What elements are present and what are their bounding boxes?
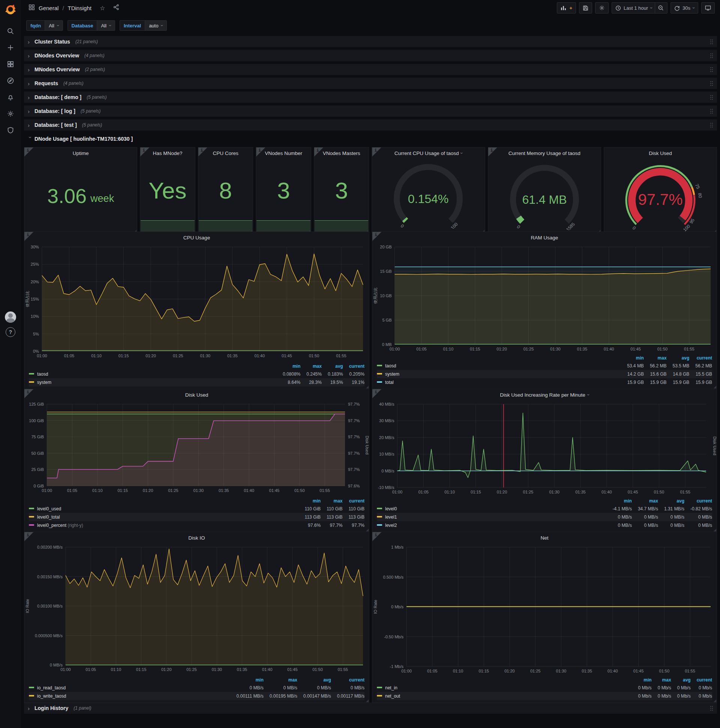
- row-dnodes-overview[interactable]: › DNodes Overview (4 panels): [24, 50, 717, 61]
- row-drag-handle[interactable]: [710, 39, 713, 45]
- variable-fqdn-label[interactable]: fqdn: [27, 21, 45, 31]
- panel-title[interactable]: Current Memory Usage of taosd: [488, 147, 601, 159]
- panel-title[interactable]: Disk Used: [604, 147, 717, 159]
- legend-column-header[interactable]: max: [301, 362, 322, 370]
- legend-column-header[interactable]: current: [691, 676, 712, 684]
- legend-column-header[interactable]: current: [331, 676, 365, 684]
- legend-series-name[interactable]: total: [377, 378, 621, 387]
- time-range-picker[interactable]: Last 1 hour ›: [612, 2, 668, 14]
- chart-plot[interactable]: 01:0001:0501:1001:1501:2001:2501:3001:35…: [372, 401, 717, 497]
- legend-column-header[interactable]: avg: [297, 676, 331, 684]
- legend-series-name[interactable]: level0_percent (right-y): [29, 521, 299, 529]
- chart-plot[interactable]: 01:0001:0501:1001:1501:2001:2501:3001:35…: [24, 401, 369, 497]
- legend-series-name[interactable]: system: [377, 370, 621, 378]
- legend-column-header[interactable]: min: [277, 362, 301, 370]
- row-drag-handle[interactable]: [710, 705, 713, 711]
- legend-series-name[interactable]: level0_used: [29, 505, 299, 513]
- configuration-gear-icon[interactable]: [4, 107, 17, 120]
- legend-column-header[interactable]: min: [230, 676, 263, 684]
- row-mnodes-overview[interactable]: › MNodes Overview (2 panels): [24, 64, 717, 75]
- zoom-out-icon[interactable]: [658, 5, 664, 11]
- legend-column-header[interactable]: avg: [322, 362, 343, 370]
- chart-plot[interactable]: 01:0001:0501:1001:1501:2001:2501:3001:35…: [372, 243, 717, 354]
- legend-series-name[interactable]: taosd: [377, 362, 621, 370]
- legend-series-name[interactable]: level1: [377, 513, 607, 521]
- legend-series-name[interactable]: level0: [377, 505, 607, 513]
- legend-column-header[interactable]: avg: [658, 497, 684, 505]
- legend-series-name[interactable]: io_read_taosd: [29, 684, 230, 692]
- legend-series-name[interactable]: net_out: [377, 692, 632, 700]
- create-plus-icon[interactable]: [4, 41, 17, 54]
- legend-column-header[interactable]: max: [652, 676, 671, 684]
- legend-column-header[interactable]: min: [299, 497, 320, 505]
- legend-series-name[interactable]: net_in: [377, 684, 632, 692]
- row-requests[interactable]: › Requests (4 panels): [24, 78, 717, 89]
- legend-series-name[interactable]: level2: [377, 521, 607, 529]
- legend-column-header[interactable]: min: [632, 676, 652, 684]
- row-drag-handle[interactable]: [710, 109, 713, 114]
- legend-column-header[interactable]: min: [607, 497, 632, 505]
- legend-column-header[interactable]: current: [343, 497, 365, 505]
- variable-interval-value[interactable]: auto›: [145, 21, 166, 31]
- legend-column-header[interactable]: min: [621, 354, 644, 362]
- legend-series-name[interactable]: taosd: [29, 370, 277, 378]
- row-database-test[interactable]: › Database: [ test ] (5 panels): [24, 119, 717, 131]
- add-panel-button[interactable]: +: [557, 2, 576, 14]
- legend-column-header[interactable]: max: [264, 676, 297, 684]
- legend-column-header[interactable]: avg: [671, 676, 691, 684]
- legend-column-header[interactable]: current: [684, 497, 712, 505]
- grafana-logo[interactable]: [0, 0, 21, 20]
- row-drag-handle[interactable]: [710, 95, 713, 100]
- row-database-demo[interactable]: › Database: [ demo ] (5 panels): [24, 92, 717, 103]
- legend-column-header[interactable]: max: [632, 497, 658, 505]
- panel-title[interactable]: Disk Used Increasing Rate per Minute›: [372, 389, 717, 401]
- legend-series-name[interactable]: io_write_taosd: [29, 692, 230, 700]
- legend-column-header[interactable]: max: [644, 354, 667, 362]
- panel-title[interactable]: VNodes Masters: [314, 147, 369, 159]
- variable-database-value[interactable]: All›: [97, 21, 114, 31]
- user-avatar[interactable]: [5, 312, 16, 323]
- variable-interval-label[interactable]: Interval: [120, 21, 145, 31]
- panel-title[interactable]: Has MNode?: [140, 147, 195, 159]
- row-drag-handle[interactable]: [710, 53, 713, 58]
- cycle-view-mode-button[interactable]: [701, 2, 715, 14]
- refresh-picker[interactable]: 30s ›: [671, 2, 698, 14]
- legend-column-header[interactable]: max: [320, 497, 342, 505]
- variable-database-label[interactable]: Database: [68, 21, 97, 31]
- legend-series-name[interactable]: system: [29, 378, 277, 387]
- breadcrumb-folder[interactable]: General: [39, 5, 58, 11]
- row-database-log[interactable]: › Database: [ log ] (5 panels): [24, 106, 717, 117]
- row-drag-handle[interactable]: [710, 122, 713, 128]
- row-login-history[interactable]: › Login History (1 panel): [24, 702, 717, 714]
- share-icon[interactable]: [113, 4, 119, 12]
- row-drag-handle[interactable]: [710, 67, 713, 72]
- search-icon[interactable]: [4, 25, 17, 38]
- help-icon[interactable]: ?: [6, 327, 15, 337]
- legend-column-header[interactable]: current: [343, 362, 365, 370]
- panel-title[interactable]: VNodes Number: [256, 147, 311, 159]
- variable-fqdn-value[interactable]: All›: [45, 21, 62, 31]
- breadcrumb-dashboard[interactable]: TDinsight: [68, 5, 92, 11]
- chart-plot[interactable]: 01:0001:0501:1001:1501:2001:2501:3001:35…: [24, 543, 369, 676]
- chart-plot[interactable]: 01:0001:0501:1001:1501:2001:2501:3001:35…: [372, 543, 717, 676]
- row-cluster-status[interactable]: › Cluster Status (21 panels): [24, 36, 717, 47]
- legend-column-header[interactable]: avg: [667, 354, 689, 362]
- panel-title[interactable]: Uptime: [24, 147, 137, 159]
- row-dnode-usage[interactable]: › DNode Usage [ huolinhe-TM1701:6030 ]: [24, 133, 717, 144]
- panel-title[interactable]: CPU Usage: [24, 232, 369, 243]
- dashboards-icon[interactable]: [4, 58, 17, 70]
- explore-compass-icon[interactable]: [4, 74, 17, 87]
- legend-series-name[interactable]: level0_total: [29, 513, 299, 521]
- panel-title[interactable]: Net: [372, 532, 717, 543]
- legend-column-header[interactable]: current: [689, 354, 712, 362]
- panel-title[interactable]: RAM Usage: [372, 232, 717, 243]
- panel-title[interactable]: Disk IO: [24, 532, 369, 543]
- server-admin-shield-icon[interactable]: [4, 124, 17, 136]
- panel-title[interactable]: Disk Used: [24, 389, 369, 401]
- alerting-bell-icon[interactable]: [4, 91, 17, 104]
- row-drag-handle[interactable]: [710, 81, 713, 86]
- panel-title[interactable]: Current CPU Usage of taosd›: [372, 147, 485, 159]
- panel-title[interactable]: CPU Cores: [198, 147, 253, 159]
- star-icon[interactable]: ☆: [100, 5, 105, 12]
- save-dashboard-button[interactable]: [579, 2, 592, 14]
